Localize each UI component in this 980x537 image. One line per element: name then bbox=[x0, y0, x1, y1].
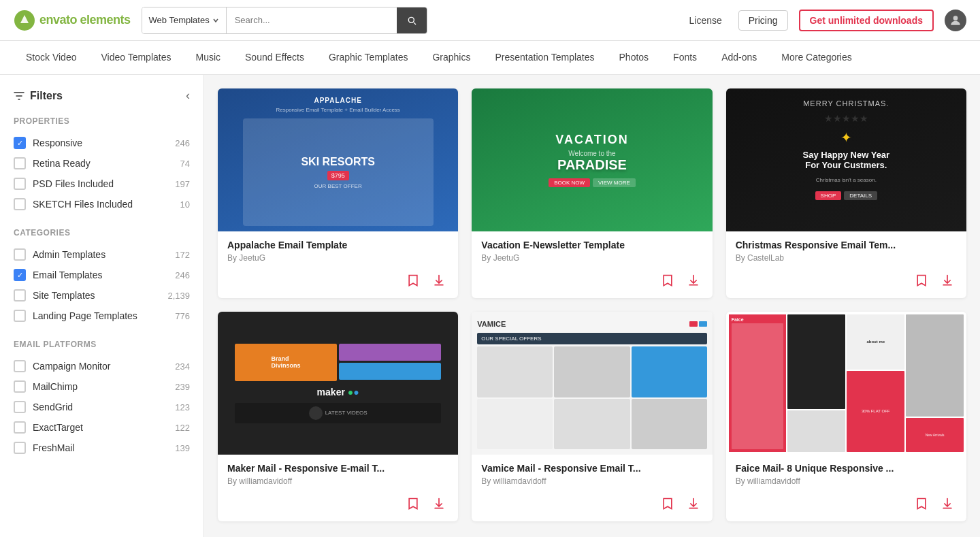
filter-checkbox[interactable] bbox=[14, 157, 26, 169]
filter-checkbox[interactable] bbox=[14, 360, 26, 372]
filter-checkbox[interactable] bbox=[14, 137, 26, 149]
filter-name: PSD Files Included bbox=[33, 178, 168, 189]
nav-item-sound-effects[interactable]: Sound Effects bbox=[233, 41, 316, 75]
download-button[interactable] bbox=[684, 494, 703, 513]
nav-item-graphics[interactable]: Graphics bbox=[420, 41, 483, 75]
user-avatar[interactable] bbox=[945, 10, 966, 31]
card-info: Appalache Email Template By JeetuG bbox=[218, 231, 458, 271]
filter-checkbox[interactable] bbox=[14, 198, 26, 210]
nav-item-graphic-templates[interactable]: Graphic Templates bbox=[316, 41, 420, 75]
nav-item-presentation-templates[interactable]: Presentation Templates bbox=[483, 41, 606, 75]
filter-item[interactable]: Email Templates 246 bbox=[14, 265, 190, 285]
filter-name: Site Templates bbox=[33, 290, 161, 301]
filter-checkbox[interactable] bbox=[14, 401, 26, 413]
bookmark-button[interactable] bbox=[404, 494, 423, 513]
filter-name: SendGrid bbox=[33, 402, 168, 412]
filter-item[interactable]: SKETCH Files Included 10 bbox=[14, 194, 190, 214]
filter-name: MailChimp bbox=[33, 381, 168, 392]
nav-item-video-templates[interactable]: Video Templates bbox=[88, 41, 183, 75]
nav-item-music[interactable]: Music bbox=[183, 41, 233, 75]
search-category-dropdown[interactable]: Web Templates bbox=[142, 7, 227, 33]
filter-count: 122 bbox=[175, 423, 190, 433]
bookmark-icon bbox=[661, 497, 674, 510]
filter-item[interactable]: FreshMail 139 bbox=[14, 438, 190, 458]
card-thumbnail: BrandDivinsons maker ●● LATEST VIDEOS bbox=[218, 312, 458, 455]
filter-item[interactable]: Responsive 246 bbox=[14, 133, 190, 153]
card-actions bbox=[472, 494, 712, 521]
filter-checkbox[interactable] bbox=[14, 248, 26, 261]
card-author: By williamdavidoff bbox=[227, 476, 448, 486]
search-button[interactable] bbox=[397, 7, 427, 33]
filter-count: 197 bbox=[175, 179, 190, 189]
unlimited-downloads-button[interactable]: Get unlimited downloads bbox=[799, 10, 934, 31]
filter-name: ExactTarget bbox=[33, 422, 168, 433]
card-thumbnail: APPALACHE Responsive Email Template + Em… bbox=[218, 88, 458, 231]
filter-checkbox[interactable] bbox=[14, 380, 26, 393]
filter-count: 246 bbox=[175, 138, 190, 148]
filter-item[interactable]: ExactTarget 122 bbox=[14, 417, 190, 438]
filter-checkbox[interactable] bbox=[14, 178, 26, 190]
bookmark-icon bbox=[406, 497, 420, 510]
card-author: By JeetuG bbox=[481, 253, 702, 263]
download-icon bbox=[432, 497, 446, 510]
filter-checkbox[interactable] bbox=[14, 310, 26, 322]
pricing-button[interactable]: Pricing bbox=[738, 10, 788, 31]
search-input[interactable] bbox=[227, 7, 397, 33]
filter-item[interactable]: Site Templates 2,139 bbox=[14, 285, 190, 306]
bookmark-button[interactable] bbox=[658, 494, 677, 513]
bookmark-button[interactable] bbox=[404, 271, 423, 290]
card-author: By JeetuG bbox=[227, 253, 448, 263]
bookmark-button[interactable] bbox=[658, 271, 677, 290]
filter-checkbox[interactable] bbox=[14, 269, 26, 281]
card-title: Faice Mail- 8 Unique Responsive ... bbox=[736, 463, 957, 474]
nav-item-more-categories[interactable]: More Categories bbox=[769, 41, 864, 75]
bookmark-icon bbox=[915, 274, 928, 287]
filter-item[interactable]: PSD Files Included 197 bbox=[14, 174, 190, 194]
download-button[interactable] bbox=[684, 271, 703, 290]
download-button[interactable] bbox=[938, 271, 957, 290]
license-link[interactable]: License bbox=[683, 15, 727, 26]
filter-checkbox[interactable] bbox=[14, 289, 26, 302]
filter-name: Retina Ready bbox=[33, 158, 174, 169]
search-icon bbox=[406, 15, 417, 26]
filter-item[interactable]: MailChimp 239 bbox=[14, 376, 190, 397]
template-card: APPALACHE Responsive Email Template + Em… bbox=[218, 88, 458, 298]
template-card: MERRY CHRISTMAS. ★★★★★ ✦ Say Happy New Y… bbox=[726, 88, 966, 298]
filter-item[interactable]: Campaign Monitor 234 bbox=[14, 356, 190, 376]
download-button[interactable] bbox=[429, 271, 448, 290]
filter-count: 123 bbox=[175, 402, 190, 412]
categories-label: Categories bbox=[14, 228, 190, 238]
nav-item-stock-video[interactable]: Stock Video bbox=[14, 41, 88, 75]
nav-item-photos[interactable]: Photos bbox=[607, 41, 662, 75]
page-layout: Filters ‹ Properties Responsive 246 Reti… bbox=[0, 75, 980, 537]
nav-item-fonts[interactable]: Fonts bbox=[661, 41, 709, 75]
filter-checkbox[interactable] bbox=[14, 442, 26, 454]
download-button[interactable] bbox=[429, 494, 448, 513]
filter-checkbox[interactable] bbox=[14, 421, 26, 434]
bookmark-button[interactable] bbox=[912, 494, 931, 513]
nav-item-addons[interactable]: Add-ons bbox=[709, 41, 769, 75]
filter-item[interactable]: Landing Page Templates 776 bbox=[14, 306, 190, 326]
logo[interactable]: envato elements bbox=[14, 10, 131, 31]
download-icon bbox=[687, 274, 700, 287]
bookmark-icon bbox=[661, 274, 674, 287]
filter-item[interactable]: Retina Ready 74 bbox=[14, 153, 190, 174]
card-info: Maker Mail - Responsive E-mail T... By w… bbox=[218, 455, 458, 494]
logo-text: envato elements bbox=[39, 13, 131, 27]
card-thumbnail: VACATION Welcome to the PARADISE BOOK NO… bbox=[472, 88, 712, 231]
filter-name: FreshMail bbox=[33, 442, 168, 453]
filter-item[interactable]: Admin Templates 172 bbox=[14, 244, 190, 265]
bookmark-button[interactable] bbox=[912, 271, 931, 290]
card-info: Vacation E-Newsletter Template By JeetuG bbox=[472, 231, 712, 271]
filter-count: 234 bbox=[175, 361, 190, 372]
main-content: APPALACHE Responsive Email Template + Em… bbox=[204, 75, 980, 537]
filter-item[interactable]: SendGrid 123 bbox=[14, 397, 190, 417]
filter-section-email-platforms: Email Platforms Campaign Monitor 234 Mai… bbox=[14, 340, 190, 458]
bookmark-icon bbox=[915, 497, 928, 510]
template-card: VACATION Welcome to the PARADISE BOOK NO… bbox=[472, 88, 712, 298]
card-actions bbox=[218, 271, 458, 298]
card-author: By williamdavidoff bbox=[481, 476, 702, 486]
properties-label: Properties bbox=[14, 116, 190, 126]
sidebar-close-button[interactable]: ‹ bbox=[186, 88, 190, 103]
download-button[interactable] bbox=[938, 494, 957, 513]
